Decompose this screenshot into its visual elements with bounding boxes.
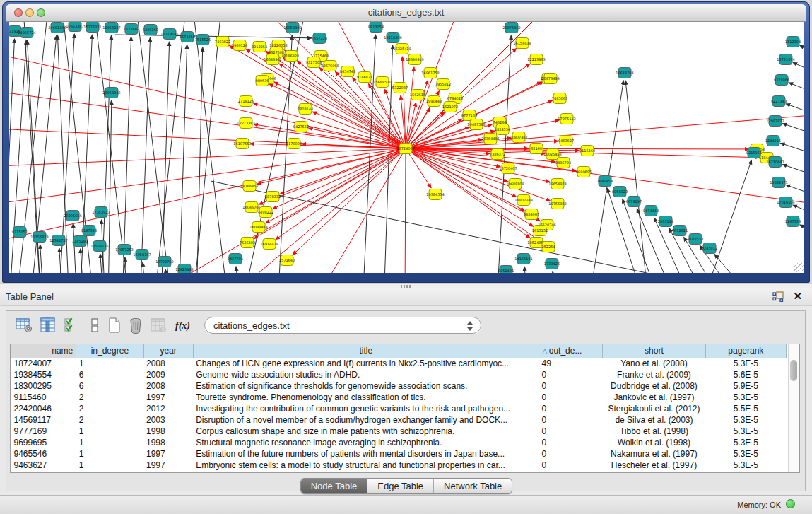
- table-row[interactable]: 946554611997Estimation of the future num…: [11, 448, 787, 460]
- table-cell[interactable]: Structural magnetic resonance image aver…: [193, 437, 539, 448]
- canvas-resize-grip[interactable]: [794, 263, 804, 272]
- delete-table-icon[interactable]: [126, 317, 145, 334]
- graph-node[interactable]: 9427552: [293, 122, 309, 132]
- graph-node[interactable]: 7625402: [240, 238, 255, 248]
- table-cell[interactable]: Dudbridge et al. (2008): [603, 380, 705, 392]
- graph-node[interactable]: 5878332: [265, 192, 281, 202]
- graph-node[interactable]: 9495794: [555, 158, 571, 168]
- table-row[interactable]: 969969511998Structural magnetic resonanc…: [11, 437, 787, 448]
- table-cell[interactable]: 5.3E-5: [705, 460, 786, 471]
- graph-node[interactable]: 16107553: [233, 139, 251, 149]
- graph-edge[interactable]: [9, 40, 26, 273]
- graph-edge[interactable]: [780, 143, 804, 159]
- graph-node[interactable]: 10053237: [102, 23, 120, 33]
- graph-edge[interactable]: [793, 62, 804, 78]
- graph-edge[interactable]: [193, 22, 221, 273]
- table-cell[interactable]: 0: [539, 369, 603, 380]
- panel-split-divider[interactable]: [0, 283, 812, 288]
- memory-ok-icon[interactable]: [786, 499, 795, 508]
- select-columns-icon[interactable]: [63, 317, 81, 334]
- graph-node[interactable]: 17016504: [777, 197, 794, 208]
- graph-edge[interactable]: [714, 254, 757, 273]
- graph-node[interactable]: 9457791: [228, 254, 243, 264]
- table-row[interactable]: 2242004622012Investigating the contribut…: [11, 403, 787, 414]
- table-cell[interactable]: Tibbo et al. (1998): [603, 426, 705, 437]
- table-cell[interactable]: 2003: [143, 414, 193, 426]
- graph-node[interactable]: 7632621: [672, 226, 688, 236]
- graph-node[interactable]: 18807249: [514, 195, 532, 206]
- graph-node[interactable]: 1527602: [124, 24, 139, 35]
- window-titlebar[interactable]: citations_edges.txt: [6, 4, 806, 22]
- column-header-pagerank[interactable]: pagerank: [705, 344, 786, 358]
- tab-network-table[interactable]: Network Table: [433, 479, 512, 493]
- graph-edge[interactable]: [143, 262, 146, 273]
- table-cell[interactable]: Estimation of significance thresholds fo…: [193, 380, 539, 392]
- close-panel-icon[interactable]: ✕: [793, 290, 802, 303]
- graph-edge[interactable]: [782, 124, 804, 139]
- graph-node[interactable]: 15692971: [770, 177, 787, 188]
- graph-node[interactable]: 7485063: [552, 93, 567, 104]
- graph-node[interactable]: 12213383: [237, 118, 254, 129]
- graph-node[interactable]: 12505135: [90, 241, 108, 252]
- graph-node[interactable]: 9327503: [306, 57, 322, 68]
- import-table-icon[interactable]: [149, 317, 167, 334]
- function-builder-icon[interactable]: f(x): [173, 317, 194, 334]
- float-panel-icon[interactable]: [772, 291, 784, 302]
- table-cell[interactable]: Investigating the contribution of common…: [193, 403, 539, 414]
- table-cell[interactable]: 2: [76, 403, 143, 414]
- graph-node[interactable]: 15688520: [373, 77, 391, 88]
- table-cell[interactable]: 5.6E-5: [705, 369, 786, 380]
- graph-node[interactable]: 9215955: [746, 148, 762, 158]
- table-cell[interactable]: 18300295: [11, 380, 76, 392]
- table-cell[interactable]: Franke et al. (2009): [603, 369, 705, 380]
- graph-node[interactable]: 10719185: [160, 29, 178, 40]
- graph-node[interactable]: 8813054: [368, 22, 384, 33]
- column-header-short[interactable]: short: [603, 344, 705, 358]
- table-cell[interactable]: Hescheler et al. (1997): [603, 460, 705, 471]
- table-row[interactable]: 1456911722003Disruption of a novel membe…: [11, 414, 787, 426]
- table-cell[interactable]: Jankovic et al. (1997): [603, 392, 705, 403]
- graph-node[interactable]: 20206556: [64, 211, 81, 221]
- table-cell[interactable]: Genome-wide association studies in ADHD.: [193, 369, 539, 380]
- graph-node[interactable]: 15751074: [777, 54, 794, 65]
- tab-node-table[interactable]: Node Table: [301, 479, 367, 493]
- table-cell[interactable]: 1998: [143, 426, 193, 437]
- graph-node[interactable]: 7955812: [435, 79, 451, 90]
- column-header-in-degree[interactable]: in_degree: [76, 344, 143, 358]
- graph-node[interactable]: 16053809: [283, 23, 301, 33]
- table-cell[interactable]: 9699695: [11, 437, 76, 448]
- graph-node[interactable]: 16782759: [155, 257, 173, 267]
- graph-node[interactable]: 1824554: [495, 124, 510, 135]
- table-cell[interactable]: 5.3E-5: [705, 414, 786, 426]
- graph-edge[interactable]: [702, 160, 751, 273]
- graph-node[interactable]: 19166852: [240, 181, 258, 192]
- graph-node[interactable]: 12093872: [766, 116, 784, 127]
- table-cell[interactable]: Wolkin et al. (1998): [603, 437, 705, 448]
- new-table-icon[interactable]: [105, 317, 124, 334]
- table-cell[interactable]: 0: [539, 392, 603, 403]
- graph-node[interactable]: 8958923: [612, 187, 628, 197]
- graph-node[interactable]: 16914479: [260, 239, 278, 250]
- table-cell[interactable]: 2: [76, 414, 143, 426]
- table-cell[interactable]: Tourette syndrome. Phenomenology and cla…: [193, 392, 539, 403]
- graph-node[interactable]: 1167533: [785, 216, 801, 227]
- graph-node[interactable]: 1112304: [785, 37, 801, 47]
- table-cell[interactable]: 0: [539, 460, 603, 471]
- graph-node[interactable]: 7515526: [195, 35, 211, 45]
- table-scrollbar[interactable]: [788, 344, 799, 472]
- table-cell[interactable]: 6: [76, 380, 143, 392]
- tab-edge-table[interactable]: Edge Table: [367, 479, 433, 493]
- graph-node[interactable]: 9052431: [498, 266, 514, 274]
- table-cell[interactable]: 14569117: [11, 414, 76, 426]
- table-row[interactable]: 946362711997Embryonic stem cells: a mode…: [11, 460, 787, 471]
- table-cell[interactable]: 9115460: [11, 392, 76, 403]
- graph-node[interactable]: 19756928: [548, 199, 566, 209]
- graph-node[interactable]: 9699695: [576, 167, 592, 177]
- graph-node[interactable]: 9146821: [357, 72, 372, 83]
- graph-node[interactable]: 5960124: [232, 40, 247, 51]
- table-cell[interactable]: 5.3E-5: [705, 392, 786, 403]
- graph-node[interactable]: 8186328: [283, 51, 299, 62]
- graph-edge[interactable]: [789, 83, 804, 98]
- graph-node[interactable]: 9315051: [12, 227, 28, 238]
- table-cell[interactable]: Disruption of a novel member of a sodium…: [193, 414, 539, 426]
